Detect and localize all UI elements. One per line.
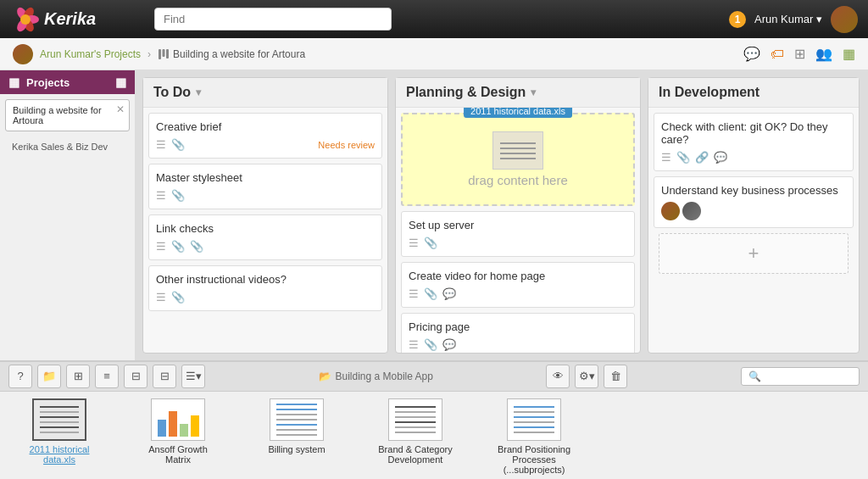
attachment-icon: 📎 xyxy=(171,189,185,202)
tag-icon[interactable]: 🏷 xyxy=(771,47,784,62)
card-title: Other instructional videos? xyxy=(156,273,375,286)
toolbar-detail2-btn[interactable]: ⊟ xyxy=(153,365,176,388)
breadcrumb-projects-link[interactable]: Arun Kumar's Projects xyxy=(40,48,141,60)
sidebar: ▦ Projects ▦ Building a website for Arto… xyxy=(0,70,136,360)
search-input[interactable] xyxy=(154,8,392,31)
drag-content-placeholder: 2011 historical data.xls drag content he… xyxy=(401,113,635,206)
list-icon: ☰ xyxy=(661,151,671,164)
columns-icon[interactable]: ⊞ xyxy=(794,46,805,62)
avatar2 xyxy=(682,202,701,220)
avatar-image xyxy=(831,6,858,33)
notification-badge[interactable]: 1 xyxy=(729,11,746,28)
chat-icon[interactable]: 💬 xyxy=(743,46,760,62)
card-icons: ☰ 📎 xyxy=(156,291,375,304)
toolbar-settings-btn[interactable]: ⚙▾ xyxy=(575,365,598,388)
file-item-brand-cat[interactable]: Brand & Category Development xyxy=(373,398,458,465)
list-icon: ☰ xyxy=(156,189,166,202)
drag-thumb xyxy=(492,131,543,170)
file-thumb-brand-pos xyxy=(507,398,561,441)
file-list: 2011 historical data.xls Ansoff Growth M… xyxy=(0,392,868,479)
chat-icon: 💬 xyxy=(714,151,727,164)
search-bar[interactable] xyxy=(154,8,392,31)
toolbar-folder-btn[interactable]: 📁 xyxy=(37,365,61,388)
breadcrumb-current-project: Building a website for Artoura xyxy=(158,48,305,60)
card-icons: ☰ 📎 xyxy=(156,189,375,202)
list-icon: ☰ xyxy=(409,287,419,300)
board-icon xyxy=(158,48,170,60)
file-name-billing: Billing system xyxy=(268,444,325,454)
card-create-video[interactable]: Create video for home page ☰ 📎 💬 xyxy=(401,262,635,308)
attachment-icon: 📎 xyxy=(676,151,690,164)
file-item-billing[interactable]: Billing system xyxy=(254,398,339,454)
attachment-icon: 📎 xyxy=(424,287,437,300)
board-view-icon[interactable]: ▦ xyxy=(843,46,855,62)
card-icons: ☰ 📎 🔗 💬 xyxy=(661,151,846,164)
column-todo-dropdown[interactable]: ▾ xyxy=(196,86,201,98)
file-item-xls[interactable]: 2011 historical data.xls xyxy=(17,398,102,465)
file-thumb-chart xyxy=(151,398,205,441)
drag-file-label: 2011 historical data.xls xyxy=(464,108,572,118)
file-item-chart[interactable]: Ansoff Growth Matrix xyxy=(136,398,220,465)
column-planning-dropdown[interactable]: ▾ xyxy=(531,86,536,98)
bottom-toolbar: ? 📁 ⊞ ≡ ⊟ ⊟ ☰▾ 📂 Building a Mobile App 👁… xyxy=(0,362,868,392)
bottom-section: ? 📁 ⊞ ≡ ⊟ ⊟ ☰▾ 📂 Building a Mobile App 👁… xyxy=(0,360,868,479)
attachment-icon: 📎 xyxy=(171,138,185,151)
toolbar-delete-btn[interactable]: 🗑 xyxy=(604,365,627,388)
link-icon: 🔗 xyxy=(695,151,709,164)
sidebar-project1-close[interactable]: ✕ xyxy=(116,103,125,115)
card-title: Create video for home page xyxy=(409,270,627,282)
column-in-dev-cards: Check with client: git OK? Do they care?… xyxy=(648,108,859,353)
card-check-client[interactable]: Check with client: git OK? Do they care?… xyxy=(654,113,854,171)
needs-review-badge[interactable]: Needs review xyxy=(318,140,375,150)
drag-label: drag content here xyxy=(468,173,568,187)
card-creative-brief[interactable]: Creative brief ☰ 📎 Needs review xyxy=(148,113,382,159)
sidebar-item-project1[interactable]: Building a website for Artoura ✕ xyxy=(5,99,130,131)
column-planning: Planning & Design ▾ 2011 historical data… xyxy=(395,77,641,354)
svg-rect-8 xyxy=(166,49,169,58)
toolbar-view-btn[interactable]: 👁 xyxy=(546,365,570,388)
card-avatars xyxy=(661,202,846,220)
file-name-brand-cat: Brand & Category Development xyxy=(373,444,458,465)
thumb-line xyxy=(500,158,536,159)
toolbar-sort-btn[interactable]: ☰▾ xyxy=(181,365,205,388)
toolbar-detail-btn[interactable]: ⊟ xyxy=(124,365,147,388)
sidebar-item-project2[interactable]: Kerika Sales & Biz Dev xyxy=(5,136,130,157)
toolbar-grid-btn[interactable]: ⊞ xyxy=(66,365,90,388)
list-icon: ☰ xyxy=(409,237,419,249)
toolbar-list-btn[interactable]: ≡ xyxy=(95,365,119,388)
board-area: To Do ▾ Creative brief ☰ 📎 Needs review … xyxy=(136,70,868,360)
main-layout: ▦ Projects ▦ Building a website for Arto… xyxy=(0,70,868,360)
card-set-up-server[interactable]: Set up server ☰ 📎 xyxy=(401,211,635,257)
user-name: Arun Kumar ▾ xyxy=(754,13,822,25)
card-other-videos[interactable]: Other instructional videos? ☰ 📎 xyxy=(148,265,382,311)
attachment-orange-icon: 📎 xyxy=(171,291,185,304)
header-right: 1 Arun Kumar ▾ xyxy=(729,6,858,33)
column-todo-title: To Do xyxy=(153,85,191,100)
file-search-input[interactable] xyxy=(741,367,860,386)
card-pricing-page[interactable]: Pricing page ☰ 📎 💬 xyxy=(401,313,635,353)
add-column-button[interactable]: + xyxy=(659,233,849,274)
card-master-stylesheet[interactable]: Master stylesheet ☰ 📎 xyxy=(148,164,382,209)
card-link-checks[interactable]: Link checks ☰ 📎 📎 xyxy=(148,214,382,260)
card-understand-business[interactable]: Understand key business processes xyxy=(654,176,854,228)
toolbar-info-btn[interactable]: ? xyxy=(8,365,32,388)
column-planning-title: Planning & Design xyxy=(406,85,526,100)
column-in-dev-title: In Development xyxy=(659,85,760,100)
card-title: Set up server xyxy=(409,219,627,231)
users-icon[interactable]: 👥 xyxy=(815,46,832,62)
column-todo-header: To Do ▾ xyxy=(143,78,387,108)
sidebar-project1-name: Building a website for Artoura xyxy=(13,105,102,125)
file-thumb-xls xyxy=(32,398,86,441)
user-avatar[interactable] xyxy=(831,6,858,33)
card-icons: ☰ 📎 xyxy=(409,237,627,249)
attachment-icon: 📎 xyxy=(424,237,437,249)
logo-area: Kerika xyxy=(10,4,137,35)
card-title: Master stylesheet xyxy=(156,171,375,184)
thumb-line xyxy=(500,142,536,144)
card-title: Pricing page xyxy=(409,320,627,333)
sidebar-project2-name: Kerika Sales & Biz Dev xyxy=(12,142,108,152)
breadcrumb-separator: › xyxy=(147,48,151,60)
list-icon: ☰ xyxy=(409,338,419,351)
sidebar-header-icon2: ▦ xyxy=(115,75,126,89)
file-item-brand-pos[interactable]: Brand Positioning Processes (...subproje… xyxy=(492,398,576,475)
